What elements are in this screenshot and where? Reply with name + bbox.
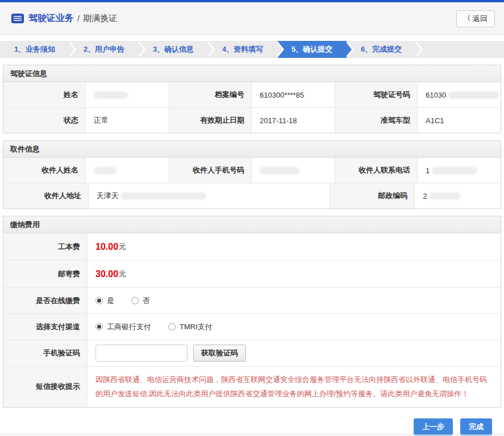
redacted-value bbox=[430, 192, 461, 200]
field-label: 邮寄费 bbox=[3, 261, 88, 287]
breadcrumb-current: 期满换证 bbox=[83, 13, 117, 24]
sms-code-row: 手机验证码 获取验证码 bbox=[3, 339, 501, 366]
sms-code-input[interactable] bbox=[95, 345, 188, 362]
page-bottom-divider bbox=[0, 434, 504, 435]
breadcrumb-separator: / bbox=[77, 14, 80, 23]
step-tab-1[interactable]: 1、业务须知 bbox=[0, 41, 69, 58]
step-tab-3[interactable]: 3、确认信息 bbox=[139, 41, 208, 58]
field-label: 有效期止日期 bbox=[169, 108, 252, 133]
field-value-recipient-name bbox=[86, 158, 169, 183]
payment-section: 缴纳费用 工本费 10.00 元 邮寄费 30.00 元 是否在线缴费 是 否 … bbox=[3, 216, 501, 408]
get-code-button[interactable]: 获取验证码 bbox=[193, 345, 246, 362]
table-row: 收件人地址 天津天 邮政编码 2 bbox=[3, 183, 501, 208]
radio-label: 是 bbox=[107, 296, 114, 306]
page-header: 驾驶证业务 / 期满换证 〈 返回 bbox=[0, 2, 504, 35]
radio-label: 工商银行支付 bbox=[107, 322, 151, 332]
radio-icon bbox=[131, 297, 139, 304]
section-title: 缴纳费用 bbox=[3, 216, 501, 233]
step-tab-5[interactable]: 5、确认提交 bbox=[277, 41, 347, 58]
sms-code-controls: 获取验证码 bbox=[88, 340, 501, 366]
field-label: 选择支付渠道 bbox=[3, 314, 88, 339]
radio-option-tmri[interactable]: TMRI支付 bbox=[168, 322, 213, 332]
field-value-recipient-address: 天津天 bbox=[89, 183, 330, 208]
step-tab-2[interactable]: 2、用户申告 bbox=[69, 41, 139, 58]
sms-notice-cell: 因陕西省联通、电信运营商技术问题，陕西省互联网交通安全综合服务管理平台无法向持陕… bbox=[88, 367, 501, 407]
fee-amount: 10.00 bbox=[95, 242, 118, 252]
field-value-license-number: 61030 bbox=[418, 82, 501, 107]
field-value-production-fee: 10.00 元 bbox=[88, 233, 501, 260]
table-row: 姓名 档案编号 610300****85 驾驶证号码 61030 bbox=[3, 82, 501, 107]
redacted-value bbox=[94, 91, 128, 99]
radio-icon bbox=[168, 323, 176, 330]
redacted-value bbox=[448, 91, 499, 99]
breadcrumb: 驾驶证业务 / 期满换证 bbox=[11, 12, 117, 24]
field-label: 准驾车型 bbox=[335, 108, 418, 133]
steps-filler bbox=[416, 41, 504, 58]
radio-option-no[interactable]: 否 bbox=[131, 296, 150, 306]
field-value-postal-code: 2 bbox=[415, 183, 501, 208]
section-title: 取件信息 bbox=[3, 141, 501, 158]
field-value-vehicle-class: A1C1 bbox=[418, 108, 501, 133]
back-button-label: 返回 bbox=[473, 14, 488, 24]
redacted-value bbox=[94, 167, 116, 174]
redacted-value bbox=[260, 167, 299, 174]
fee-amount: 30.00 bbox=[95, 269, 118, 279]
redacted-value bbox=[432, 167, 477, 174]
field-label: 档案编号 bbox=[169, 82, 252, 107]
document-list-icon bbox=[11, 14, 24, 23]
footer-actions: 上一步 完成 bbox=[12, 418, 492, 435]
field-label: 收件人地址 bbox=[3, 183, 89, 208]
step-tab-6[interactable]: 6、完成提交 bbox=[347, 41, 416, 58]
field-label: 手机验证码 bbox=[3, 340, 88, 366]
field-label: 短信接收提示 bbox=[3, 367, 88, 407]
field-label: 收件人手机号码 bbox=[169, 158, 252, 183]
radio-icon bbox=[95, 297, 103, 304]
finish-button[interactable]: 完成 bbox=[460, 418, 492, 435]
radio-icon bbox=[95, 323, 103, 330]
page-title: 驾驶证业务 bbox=[28, 12, 74, 24]
fee-unit: 元 bbox=[119, 269, 126, 279]
field-label: 驾驶证号码 bbox=[335, 82, 418, 107]
chevron-left-icon: 〈 bbox=[464, 14, 470, 23]
previous-step-button[interactable]: 上一步 bbox=[414, 418, 453, 435]
table-row: 收件人姓名 收件人手机号码 收件人联系电话 1 bbox=[3, 158, 501, 183]
license-info-section: 驾驶证信息 姓名 档案编号 610300****85 驾驶证号码 61030 状… bbox=[3, 65, 501, 133]
fee-row: 邮寄费 30.00 元 bbox=[3, 260, 501, 287]
sms-notice-text: 因陕西省联通、电信运营商技术问题，陕西省互联网交通安全综合服务管理平台无法向持陕… bbox=[95, 372, 491, 401]
radio-option-yes[interactable]: 是 bbox=[95, 296, 114, 306]
back-button[interactable]: 〈 返回 bbox=[456, 10, 495, 27]
field-value-recipient-phone: 1 bbox=[418, 158, 501, 183]
field-label: 是否在线缴费 bbox=[3, 288, 88, 313]
field-value-recipient-mobile bbox=[252, 158, 335, 183]
online-payment-options: 是 否 bbox=[88, 288, 501, 313]
sms-notice-row: 短信接收提示 因陕西省联通、电信运营商技术问题，陕西省互联网交通安全综合服务管理… bbox=[3, 366, 501, 407]
field-value-postage-fee: 30.00 元 bbox=[88, 261, 501, 287]
fee-unit: 元 bbox=[119, 242, 126, 252]
redacted-value bbox=[121, 192, 206, 200]
field-label: 工本费 bbox=[3, 233, 88, 260]
wizard-steps: 1、业务须知 2、用户申告 3、确认信息 4、资料填写 5、确认提交 6、完成提… bbox=[0, 41, 504, 58]
online-payment-row: 是否在线缴费 是 否 bbox=[3, 287, 501, 313]
payment-channel-options: 工商银行支付 TMRI支付 bbox=[88, 314, 501, 339]
table-row: 状态 正常 有效期止日期 2017-11-18 准驾车型 A1C1 bbox=[3, 107, 501, 133]
field-label: 状态 bbox=[3, 108, 86, 133]
radio-option-icbc[interactable]: 工商银行支付 bbox=[95, 322, 151, 332]
field-value-status: 正常 bbox=[86, 108, 169, 133]
radio-label: TMRI支付 bbox=[180, 322, 213, 332]
field-value-expiry-date: 2017-11-18 bbox=[252, 108, 335, 133]
fee-row: 工本费 10.00 元 bbox=[3, 233, 501, 260]
field-value-name bbox=[86, 82, 169, 107]
radio-label: 否 bbox=[143, 296, 150, 306]
pickup-info-section: 取件信息 收件人姓名 收件人手机号码 收件人联系电话 1 收件人地址 天津天 邮… bbox=[3, 140, 501, 209]
field-value-file-number: 610300****85 bbox=[252, 82, 335, 107]
field-label: 邮政编码 bbox=[330, 183, 415, 208]
section-title: 驾驶证信息 bbox=[3, 65, 501, 82]
step-tab-4[interactable]: 4、资料填写 bbox=[208, 41, 277, 58]
payment-channel-row: 选择支付渠道 工商银行支付 TMRI支付 bbox=[3, 313, 501, 339]
field-label: 姓名 bbox=[3, 82, 86, 107]
field-label: 收件人联系电话 bbox=[335, 158, 418, 183]
field-label: 收件人姓名 bbox=[3, 158, 86, 183]
